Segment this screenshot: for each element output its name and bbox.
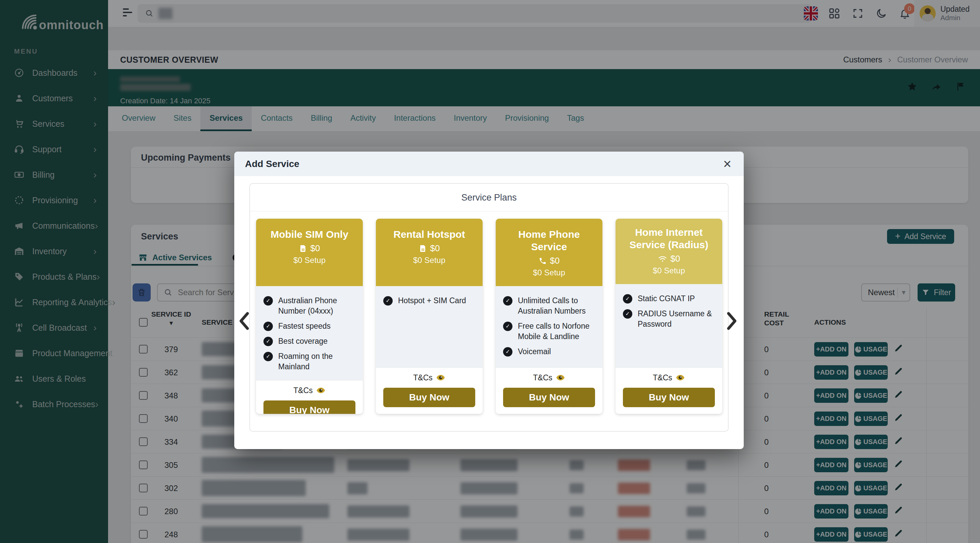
terms-link[interactable]: T&Cs [383,373,475,383]
check-icon [503,347,512,357]
check-icon [264,352,273,361]
check-icon [264,296,273,306]
service-plans-panel: Service Plans Mobile SIM Only $0 $0 Setu… [249,183,729,432]
phone-icon [539,257,547,265]
modal-title: Add Service [245,159,299,169]
eye-icon [556,373,565,383]
check-icon [623,294,632,303]
wifi-icon [658,254,667,264]
close-icon[interactable] [719,156,735,172]
plan-name: Home Phone Service [496,228,603,253]
plan-name: Rental Hotspot [376,228,483,240]
eye-icon [316,386,326,395]
terms-link[interactable]: T&Cs [623,373,715,383]
carousel-left-arrow[interactable] [238,311,251,331]
terms-link[interactable]: T&Cs [264,386,355,395]
carousel-right-arrow[interactable] [725,311,739,331]
terms-link[interactable]: T&Cs [503,373,595,383]
check-icon [264,337,273,346]
plan-card-mobile-sim-only: Mobile SIM Only $0 $0 Setup Australian P… [256,219,363,414]
buy-now-button[interactable]: Buy Now [264,400,355,414]
sim-card-icon [299,245,307,252]
buy-now-button[interactable]: Buy Now [383,388,475,407]
check-icon [623,309,632,319]
service-plans-title: Service Plans [250,184,728,211]
sim-card-icon [419,245,427,252]
eye-icon [436,373,445,383]
add-service-modal: Add Service Service Plans Mobile SIM Onl… [234,152,744,449]
check-icon [503,296,512,306]
plan-name: Mobile SIM Only [256,228,363,240]
check-icon [503,322,512,331]
check-icon [383,296,393,306]
check-icon [264,322,273,331]
eye-icon [676,373,685,383]
plan-card-home-internet-service: Home Internet Service (Radius) $0 $0 Set… [616,219,722,414]
modal-header: Add Service [234,152,744,176]
buy-now-button[interactable]: Buy Now [623,388,715,407]
plan-card-rental-hotspot: Rental Hotspot $0 $0 Setup Hotspot + SIM… [376,219,483,414]
plan-card-home-phone-service: Home Phone Service $0 $0 Setup Unlimited… [496,219,603,414]
plan-name: Home Internet Service (Radius) [616,226,722,251]
buy-now-button[interactable]: Buy Now [503,388,595,407]
